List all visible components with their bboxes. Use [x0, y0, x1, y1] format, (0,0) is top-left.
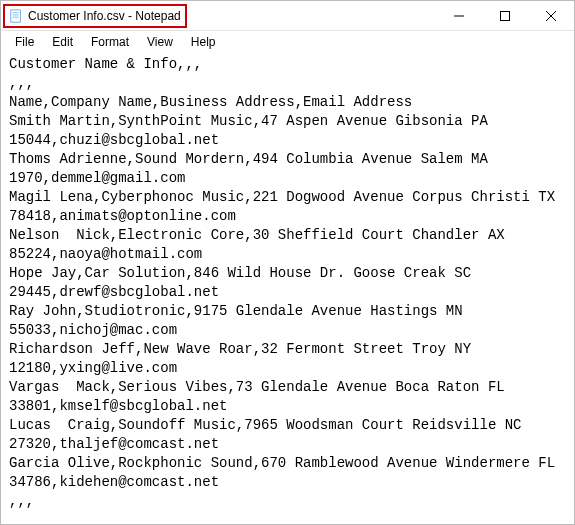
menubar: File Edit Format View Help [1, 31, 574, 55]
text-line: ,,, [9, 492, 568, 511]
text-line: 15044,chuzi@sbcglobal.net [9, 131, 568, 150]
window-title: Customer Info.csv - Notepad [28, 9, 181, 23]
text-line: 55033,nichoj@mac.com [9, 321, 568, 340]
text-line: Vargas Mack,Serious Vibes,73 Glendale Av… [9, 378, 568, 397]
window-titlebar: Customer Info.csv - Notepad [1, 1, 574, 31]
svg-rect-6 [501, 12, 510, 21]
window-controls [436, 1, 574, 30]
text-line: Name,Company Name,Business Address,Email… [9, 93, 568, 112]
text-content-area[interactable]: Customer Name & Info,,,,,,Name,Company N… [1, 55, 574, 517]
text-line: Richardson Jeff,New Wave Roar,32 Fermont… [9, 340, 568, 359]
text-line: Lucas Craig,Soundoff Music,7965 Woodsman… [9, 416, 568, 435]
notepad-icon [9, 9, 23, 23]
maximize-icon [500, 11, 510, 21]
text-line: ,,, [9, 74, 568, 93]
text-line: 33801,kmself@sbcglobal.net [9, 397, 568, 416]
text-line: 85224,naoya@hotmail.com [9, 245, 568, 264]
text-line: Customer Name & Info,,, [9, 55, 568, 74]
title-highlight-box: Customer Info.csv - Notepad [3, 4, 187, 28]
text-line: 34786,kidehen@comcast.net [9, 473, 568, 492]
menu-file[interactable]: File [7, 33, 42, 51]
menu-view[interactable]: View [139, 33, 181, 51]
text-line: 27320,thaljef@comcast.net [9, 435, 568, 454]
text-line: Garcia Olive,Rockphonic Sound,670 Ramble… [9, 454, 568, 473]
close-icon [546, 11, 556, 21]
menu-format[interactable]: Format [83, 33, 137, 51]
text-line: Smith Martin,SynthPoint Music,47 Aspen A… [9, 112, 568, 131]
text-line: 78418,animats@optonline.com [9, 207, 568, 226]
maximize-button[interactable] [482, 1, 528, 31]
text-line: Hope Jay,Car Solution,846 Wild House Dr.… [9, 264, 568, 283]
text-line: 1970,demmel@gmail.com [9, 169, 568, 188]
close-button[interactable] [528, 1, 574, 31]
text-line: 12180,yxing@live.com [9, 359, 568, 378]
text-line: Nelson Nick,Electronic Core,30 Sheffield… [9, 226, 568, 245]
menu-help[interactable]: Help [183, 33, 224, 51]
minimize-button[interactable] [436, 1, 482, 31]
minimize-icon [454, 11, 464, 21]
text-line: 29445,drewf@sbcglobal.net [9, 283, 568, 302]
text-line: Ray John,Studiotronic,9175 Glendale Aven… [9, 302, 568, 321]
menu-edit[interactable]: Edit [44, 33, 81, 51]
text-line: Thoms Adrienne,Sound Mordern,494 Columbi… [9, 150, 568, 169]
text-line: Magil Lena,Cyberphonoc Music,221 Dogwood… [9, 188, 568, 207]
